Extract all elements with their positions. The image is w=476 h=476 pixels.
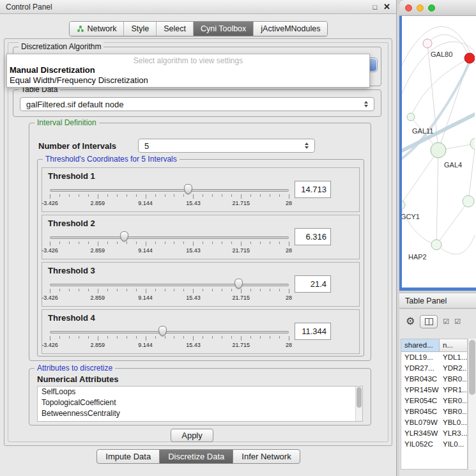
stepper-arrows-icon (305, 142, 309, 149)
float-window-icon[interactable]: □ (372, 3, 377, 11)
slider-tick (165, 242, 165, 244)
slider-tick (79, 194, 79, 197)
slider-tick (79, 289, 79, 291)
table-row[interactable]: YER054CYER0... (401, 395, 467, 406)
algorithm-placeholder-item[interactable]: Select algorithm to view settings (7, 54, 369, 65)
tab-infer-network[interactable]: Infer Network (233, 449, 300, 464)
minimize-traffic-light[interactable] (417, 4, 424, 12)
slider-thumb[interactable] (184, 184, 192, 194)
table-row[interactable]: YDL19...YDL1... (401, 352, 467, 363)
slider-tick (250, 336, 251, 339)
threshold-value-field[interactable]: 21.4 (295, 275, 331, 293)
cell-name[interactable]: YPR1... (440, 385, 467, 395)
node-gal11[interactable] (407, 113, 415, 121)
tick-label: 21.715 (232, 342, 250, 348)
slider-track[interactable] (50, 236, 289, 239)
threshold-value-field[interactable]: 6.316 (295, 228, 331, 245)
cell-name[interactable]: YER0... (440, 395, 467, 406)
select-all-columns-icon[interactable]: ☑ (443, 318, 449, 325)
cell-shared-name[interactable]: YBR043C (401, 374, 440, 385)
tab-select[interactable]: Select (156, 22, 193, 36)
slider-thumb[interactable] (158, 326, 167, 336)
slider-track[interactable] (50, 284, 289, 286)
threshold-slider[interactable]: -3.4262.8599.14415.4321.71528 (50, 231, 289, 257)
slider-thumb[interactable] (120, 231, 128, 242)
algorithm-option-manual[interactable]: Manual Discretization (7, 65, 369, 75)
table-row[interactable]: YDR27...YDR2... (401, 363, 467, 374)
table-row[interactable]: YLR345WYLR3... (401, 428, 467, 439)
attribute-list-item[interactable]: TopologicalCoefficient (38, 397, 362, 408)
slider-thumb[interactable] (234, 279, 243, 289)
zoom-traffic-light[interactable] (428, 4, 435, 12)
tab-network[interactable]: Network (70, 22, 124, 36)
cell-shared-name[interactable]: YLR345W (401, 428, 440, 439)
cell-shared-name[interactable]: YPR145W (401, 385, 440, 395)
table-row[interactable]: YBR045CYBR0... (401, 406, 467, 417)
slider-tick (289, 242, 289, 246)
cell-shared-name[interactable]: YDR27... (401, 363, 440, 374)
attributes-scrollbar[interactable] (355, 387, 362, 421)
column-header-shared-name[interactable]: shared... (401, 339, 440, 351)
cell-name[interactable]: YLR3... (440, 428, 467, 439)
node-right-mid[interactable] (463, 196, 474, 207)
slider-ticks (50, 336, 289, 341)
table-row[interactable]: YPR145WYPR1... (401, 385, 467, 395)
tab-impute-data[interactable]: Impute Data (96, 449, 160, 464)
close-window-icon[interactable]: ✕ (383, 2, 390, 12)
threshold-slider[interactable]: -3.4262.8599.14415.4321.71528 (50, 279, 289, 304)
cell-name[interactable]: YDL1... (440, 352, 467, 363)
threshold-slider[interactable]: -3.4262.8599.14415.4321.71528 (50, 184, 289, 210)
cell-shared-name[interactable]: YIL052C (401, 439, 440, 450)
columns-button[interactable] (420, 315, 438, 328)
cell-name[interactable]: YDR2... (440, 363, 467, 374)
apply-button[interactable]: Apply (171, 429, 213, 442)
cell-name[interactable]: YBL0... (440, 417, 467, 428)
scrollbar-thumb[interactable] (357, 387, 362, 408)
number-of-intervals-select[interactable]: 5 (138, 139, 315, 153)
cell-name[interactable]: YBR0... (440, 374, 467, 385)
slider-tick (231, 336, 232, 339)
select-none-columns-icon[interactable]: ☑ (454, 318, 461, 325)
tab-cyni-toolbox[interactable]: Cyni Toolbox (193, 22, 253, 36)
cell-shared-name[interactable]: YDL19... (401, 352, 440, 363)
cell-shared-name[interactable]: YBR045C (401, 406, 440, 417)
table-row[interactable]: YIL052CYIL0... (401, 439, 467, 450)
cell-shared-name[interactable]: YER054C (401, 395, 440, 406)
node-gal80[interactable] (423, 39, 432, 48)
slider-tick (117, 242, 118, 244)
column-header-name[interactable]: n... (440, 339, 467, 351)
control-panel-titlebar: Control Panel □ ✕ (0, 0, 396, 14)
table-row[interactable]: YBL079WYBL0... (401, 417, 467, 428)
slider-track[interactable] (50, 331, 289, 334)
attribute-list-item[interactable]: SelfLoops (38, 387, 362, 397)
table-scrollbar-thumb[interactable] (469, 340, 475, 395)
numerical-attributes-label: Numerical Attributes (37, 374, 118, 384)
tab-jactivemnodules[interactable]: jActiveMNodules (253, 22, 327, 36)
table-scrollbar[interactable] (468, 339, 476, 470)
table-row[interactable]: YBR043CYBR0... (401, 374, 467, 385)
attribute-list-item[interactable]: BetweennessCentrality (38, 408, 362, 419)
tab-discretize-data[interactable]: Discretize Data (159, 449, 233, 464)
threshold-slider[interactable]: -3.4262.8599.14415.4321.71528 (50, 326, 289, 351)
node-gcy1[interactable] (402, 201, 405, 210)
threshold-value-field[interactable]: 11.344 (295, 323, 331, 340)
slider-tick (260, 242, 261, 244)
slider-tick (289, 194, 289, 199)
tab-style[interactable]: Style (123, 22, 156, 36)
slider-tick (270, 336, 270, 339)
slider-track[interactable] (50, 189, 289, 192)
slider-tick (222, 336, 222, 339)
cell-shared-name[interactable]: YBL079W (401, 417, 440, 428)
node-cut-right[interactable] (470, 138, 475, 150)
cell-name[interactable]: YIL0... (440, 439, 467, 450)
close-traffic-light[interactable] (405, 4, 412, 12)
node-red-selected[interactable] (464, 53, 475, 63)
table-data-select[interactable]: galFiltered.sif default node (20, 97, 374, 111)
threshold-value-field[interactable]: 14.713 (295, 181, 331, 198)
algorithm-option-equal-width[interactable]: Equal Width/Frequency Discretization (7, 75, 369, 86)
cell-name[interactable]: YBR0... (440, 406, 467, 417)
node-hap2[interactable] (431, 240, 441, 250)
gear-icon[interactable]: ⚙ (406, 316, 415, 326)
node-gal4[interactable] (431, 142, 446, 158)
network-canvas[interactable]: GAL80 GAL11 GAL4 GCY1 HAP2 (402, 16, 476, 288)
